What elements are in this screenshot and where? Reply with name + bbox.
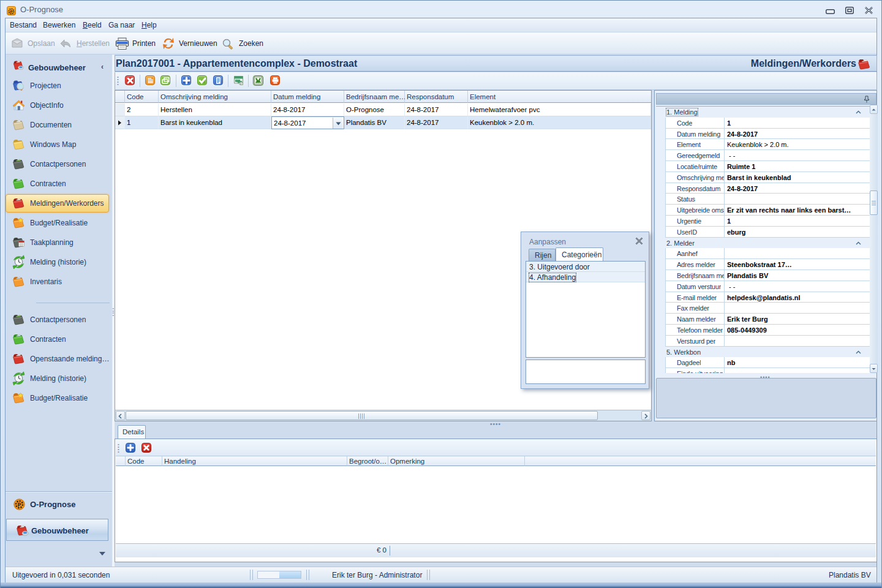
svg-text:P: P bbox=[10, 10, 12, 13]
svg-text:P: P bbox=[18, 502, 21, 508]
